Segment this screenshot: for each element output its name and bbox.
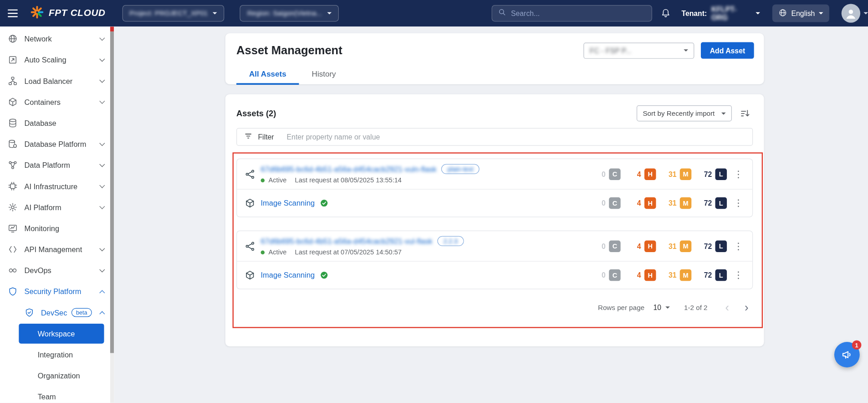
critical-count: 0: [593, 170, 606, 178]
sort-direction-button[interactable]: [737, 106, 753, 121]
chevron-down-icon: [756, 12, 761, 15]
scope-select[interactable]: FC - FSP P...: [583, 42, 694, 58]
sidebar-item-security-platform[interactable]: Security Platform: [0, 281, 114, 302]
search-input[interactable]: [511, 9, 646, 17]
tab-history[interactable]: History: [299, 64, 349, 85]
fpt-logo-icon: [30, 5, 45, 21]
globe-icon: [779, 8, 787, 19]
asset-management-header-card: Asset Management FC - FSP P... Add Asset…: [225, 33, 764, 84]
sidebar-item-ai-infrastructure[interactable]: AI Infrastructure: [0, 176, 114, 196]
sidebar-item-load-balancer[interactable]: Load Balancer: [0, 70, 114, 91]
sort-select-value: Sort by Recently import: [643, 109, 715, 117]
topbar: FPT CLOUD Project: PROJECT_XP01 Region: …: [0, 0, 868, 26]
sidebar-item-monitoring[interactable]: Monitoring: [0, 218, 114, 239]
sidebar-item-devsec[interactable]: DevSec beta: [0, 302, 114, 323]
last-request-text: Last request at 07/05/2025 14:50:57: [295, 248, 402, 256]
sort-select[interactable]: Sort by Recently import: [637, 105, 732, 121]
chevron-down-icon: [99, 183, 105, 188]
sidebar-item-data-platform[interactable]: Data Platform: [0, 155, 114, 176]
medium-count: 31: [664, 170, 677, 178]
sidebar-item-workspace[interactable]: Workspace: [19, 324, 104, 344]
sidebar-item-label: Database Platform: [24, 140, 86, 148]
low-badge: L: [715, 240, 727, 252]
search-icon: [498, 8, 506, 19]
sidebar-item-containers[interactable]: Containers: [0, 92, 114, 113]
sidebar-item-label: Data Platform: [24, 161, 70, 169]
sidebar-item-integration[interactable]: Integration: [0, 344, 114, 365]
notifications-bell-button[interactable]: [660, 7, 672, 19]
sidebar-item-ai-platform[interactable]: AI Platform: [0, 197, 114, 218]
filter-label: Filter: [258, 133, 274, 141]
project-selector[interactable]: Project: PROJECT_XP01: [122, 5, 225, 21]
global-search[interactable]: [491, 5, 652, 21]
beta-badge: beta: [71, 308, 92, 317]
rows-per-page-select[interactable]: 10: [654, 303, 670, 311]
sidebar-item-label: Containers: [24, 98, 60, 106]
page-title: Asset Management: [236, 44, 583, 57]
filter-input[interactable]: [287, 133, 746, 141]
sidebar-scrollbar-thumb[interactable]: [110, 31, 114, 353]
chevron-down-icon: [99, 35, 105, 41]
sidebar-item-database[interactable]: Database: [0, 113, 114, 134]
sort-descending-icon: [740, 108, 751, 119]
row-menu-button[interactable]: ⋮: [731, 239, 746, 253]
hamburger-menu-button[interactable]: [8, 6, 22, 21]
sidebar-item-label: Monitoring: [24, 224, 59, 232]
asset-name-link[interactable]: 67d6b695-bc6d-4b51-a56a-d454cacb2921-vul…: [261, 237, 433, 245]
low-badge: L: [715, 197, 727, 209]
filter-bar[interactable]: Filter: [236, 128, 753, 146]
row-menu-button[interactable]: ⋮: [731, 268, 746, 283]
image-scanning-link[interactable]: Image Scanning: [261, 199, 315, 207]
tab-all-assets[interactable]: All Assets: [236, 64, 299, 85]
sidebar-item-devops[interactable]: DevOps: [0, 260, 114, 281]
sidebar-item-label: Workspace: [38, 330, 75, 338]
low-badge: L: [715, 168, 727, 180]
sidebar-item-label: AI Platform: [24, 203, 61, 212]
main-area: Asset Management FC - FSP P... Add Asset…: [114, 26, 868, 403]
chevron-up-icon: [99, 290, 105, 295]
chip-icon: [8, 181, 18, 191]
low-count: 72: [700, 170, 712, 178]
high-badge: H: [644, 168, 656, 180]
next-page-button[interactable]: ›: [741, 301, 752, 313]
image-scanning-link[interactable]: Image Scanning: [261, 271, 315, 279]
asset-tag-text: plain-text: [448, 165, 474, 172]
sidebar-item-label: API Management: [24, 245, 82, 253]
row-menu-button[interactable]: ⋮: [731, 167, 746, 181]
asset-row: 67d6b695-bc6d-4b51-a56a-d454cacb2921-vul…: [237, 231, 752, 261]
previous-page-button[interactable]: ‹: [722, 301, 732, 313]
sidebar-item-auto-scaling[interactable]: Auto Scaling: [0, 49, 114, 70]
sidebar-item-organization[interactable]: Organization: [0, 365, 114, 386]
region-selector[interactable]: Region: Saigon(Vietna...: [240, 5, 339, 21]
avatar: [842, 4, 860, 23]
announcements-button[interactable]: 1: [834, 342, 860, 367]
critical-badge: C: [609, 168, 621, 180]
cube-icon: [245, 198, 255, 208]
sidebar-item-team[interactable]: Team: [0, 386, 114, 403]
image-scanning-row: Image Scanning 0C 4H 31M 72L ⋮: [237, 261, 752, 289]
asset-name-link[interactable]: 67d6b695-bc6d-4b51-a56a-d454cacb2921-vul…: [261, 165, 437, 173]
megaphone-icon: [841, 349, 853, 361]
brand-logo[interactable]: FPT CLOUD: [30, 5, 106, 21]
high-badge: H: [644, 240, 656, 252]
last-request-text: Last request at 08/05/2025 13:55:14: [295, 176, 402, 184]
user-menu[interactable]: [842, 4, 868, 23]
language-label: English: [791, 9, 815, 17]
sidebar-item-label: Auto Scaling: [24, 56, 66, 64]
notification-badge: 1: [852, 340, 862, 350]
tenant-selector[interactable]: Tenant: KFLPT-ORG: [681, 5, 760, 21]
sidebar-item-label: Load Balancer: [24, 77, 72, 85]
language-selector[interactable]: English: [772, 5, 829, 22]
sidebar-item-database-platform[interactable]: Database Platform: [0, 134, 114, 155]
add-asset-button[interactable]: Add Asset: [701, 42, 754, 58]
brand-name: FPT CLOUD: [49, 8, 106, 19]
critical-count: 0: [593, 242, 606, 250]
medium-count: 31: [664, 271, 677, 279]
chevron-down-icon: [721, 112, 726, 114]
cube-icon: [245, 270, 255, 280]
high-badge: H: [644, 269, 656, 281]
chevron-down-icon: [99, 56, 105, 62]
row-menu-button[interactable]: ⋮: [731, 196, 746, 211]
sidebar-item-api-management[interactable]: API Management: [0, 239, 114, 260]
sidebar-item-network[interactable]: Network: [0, 28, 114, 49]
